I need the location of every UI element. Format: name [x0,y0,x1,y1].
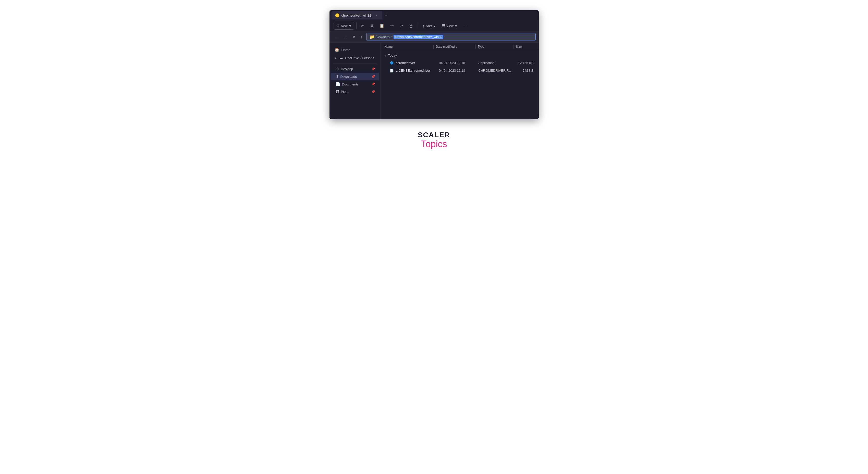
cut-icon: ✂ [361,24,365,28]
sidebar-item-home[interactable]: 🏠 Home [331,46,379,54]
up-button[interactable]: ↑ [359,34,364,40]
main-content: 🏠 Home ▶ ☁ OneDrive - Persona 🖥 Desktop … [330,42,539,119]
chromedriver-name: chromedriver [396,61,415,65]
desktop-pin-icon: 📌 [371,67,375,71]
sidebar-item-downloads[interactable]: ⬇ Downloads 📌 [331,73,379,81]
view-button[interactable]: ☰ View ∨ [439,22,460,29]
address-selected: \Downloads\chromedriver_win32 [394,35,443,39]
sidebar-item-documents[interactable]: 📄 Documents 📌 [331,81,379,88]
sort-label: Sort [426,24,432,28]
cut-button[interactable]: ✂ [359,22,367,29]
copy-icon: ⧉ [371,24,373,28]
file-row-chromedriver[interactable]: 🔷 chromedriver 04-04-2023 12:18 Applicat… [381,59,538,67]
col-header-type[interactable]: Type [478,45,512,49]
new-tab-button[interactable]: + [382,11,390,20]
sidebar-item-pictures[interactable]: 🖼 Pict... 📌 [331,88,379,95]
license-date: 04-04-2023 12:18 [439,69,478,72]
folder-tab-icon: 🟡 [335,13,339,17]
sidebar-item-desktop[interactable]: 🖥 Desktop 📌 [331,65,379,73]
new-label: New [341,24,348,28]
home-icon: 🏠 [335,48,339,52]
tab-close-button[interactable]: × [375,13,379,18]
sort-icon: ↕ [423,24,425,28]
pictures-pin-icon: 📌 [371,90,375,94]
date-sort-arrow: ∨ [456,45,457,48]
delete-icon: 🗑 [409,24,413,28]
onedrive-expand-icon: ▶ [335,56,337,60]
more-icon: ··· [463,24,466,28]
pictures-label: Pict... [341,90,370,94]
title-bar: 🟡 chromedriver_win32 × + [330,10,539,21]
new-plus-icon: ⊕ [336,24,340,28]
sidebar-item-onedrive[interactable]: ▶ ☁ OneDrive - Persona [331,54,379,62]
copy-button[interactable]: ⧉ [368,22,376,29]
documents-label: Documents [342,83,370,86]
documents-pin-icon: 📌 [371,83,375,86]
group-arrow-icon: ∨ [384,54,386,57]
scaler-text: SCALER [418,131,450,138]
sort-chevron: ∨ [433,24,436,28]
paste-icon: 📋 [379,24,384,28]
paste-button[interactable]: 📋 [377,22,387,29]
address-folder-icon: 📁 [370,34,375,39]
address-bar[interactable]: 📁 C:\Users\ * \Downloads\chromedriver_wi… [366,33,536,41]
license-icon: 📄 [390,69,394,72]
file-explorer-window: 🟡 chromedriver_win32 × + ⊕ New ∨ ✂ ⧉ 📋 ✏… [330,10,539,119]
share-icon: ↗ [400,24,403,28]
forward-button[interactable]: → [342,34,349,40]
desktop-label: Desktop [341,67,370,71]
onedrive-label: OneDrive - Persona [345,56,375,60]
sidebar: 🏠 Home ▶ ☁ OneDrive - Persona 🖥 Desktop … [330,42,380,119]
sort-button[interactable]: ↕ Sort ∨ [420,23,438,29]
rename-icon: ✏ [391,24,394,28]
view-label: View [446,24,454,28]
more-button[interactable]: ··· [461,23,469,29]
separator-1 [356,23,356,29]
new-chevron: ∨ [349,24,351,28]
view-chevron: ∨ [455,24,457,28]
back-button[interactable]: ← [333,34,340,40]
col-sep-1 [433,45,434,49]
view-icon: ☰ [442,24,445,28]
share-button[interactable]: ↗ [397,22,406,29]
col-sep-2 [475,45,476,49]
address-bar-row: ← → ∨ ↑ 📁 C:\Users\ * \Downloads\chromed… [330,31,539,42]
delete-button[interactable]: 🗑 [407,23,416,29]
group-today[interactable]: ∨ Today [380,51,539,59]
address-text: C:\Users\ * \Downloads\chromedriver_win3… [377,35,532,39]
address-mid: * [391,35,394,39]
separator-2 [418,23,418,29]
file-list-header: Name Date modified ∨ Type Size [380,42,539,51]
col-header-date[interactable]: Date modified ∨ [436,45,473,49]
file-list: Name Date modified ∨ Type Size ∨ [380,42,539,119]
rename-button[interactable]: ✏ [388,22,396,29]
col-header-name[interactable]: Name [384,45,432,49]
file-row-license[interactable]: 📄 LICENSE.chromedriver 04-04-2023 12:18 … [381,67,538,74]
chromedriver-date: 04-04-2023 12:18 [439,61,478,65]
pictures-icon: 🖼 [336,90,339,94]
home-label: Home [341,48,375,52]
active-tab[interactable]: 🟡 chromedriver_win32 × [332,11,382,20]
address-prefix: C:\Users\ [377,35,391,39]
license-name: LICENSE.chromedriver [396,69,430,72]
license-size: 242 KB [514,69,533,72]
license-type: CHROMEDRIVER F... [478,69,514,72]
recent-button[interactable]: ∨ [351,33,357,40]
tab-title: chromedriver_win32 [341,13,371,17]
group-label: Today [388,54,397,57]
downloads-icon: ⬇ [336,74,339,79]
chromedriver-type: Application [478,61,514,65]
desktop-icon: 🖥 [336,67,339,71]
downloads-pin-icon: 📌 [371,75,375,78]
toolbar: ⊕ New ∨ ✂ ⧉ 📋 ✏ ↗ 🗑 ↕ Sort ∨ ☰ [330,21,539,31]
col-sep-3 [514,45,514,49]
topics-text: Topics [418,138,450,150]
downloads-label: Downloads [340,75,370,78]
chromedriver-size: 12,466 KB [514,61,533,65]
col-header-size[interactable]: Size [516,45,535,49]
new-button[interactable]: ⊕ New ∨ [334,22,354,30]
chromedriver-icon: 🔷 [390,61,394,65]
documents-icon: 📄 [336,82,340,87]
onedrive-icon: ☁ [339,56,343,60]
branding: SCALER Topics [418,131,450,150]
